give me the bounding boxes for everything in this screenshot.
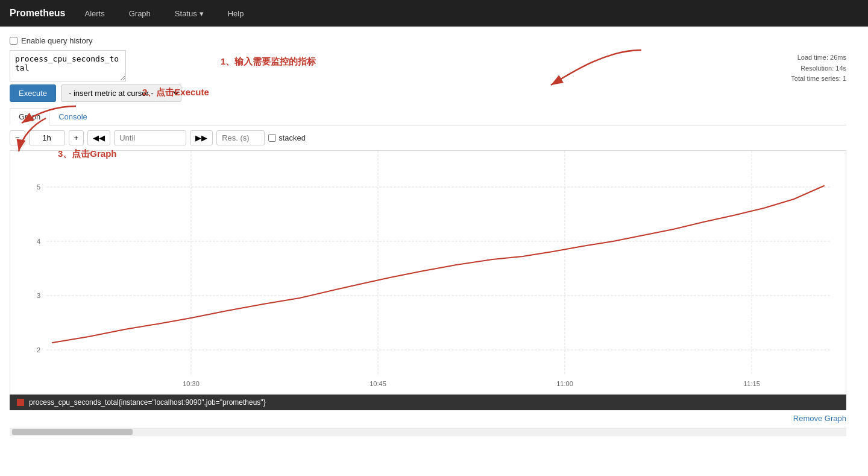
dropdown-arrow-icon: ▾ — [200, 9, 204, 18]
navbar-graph[interactable]: Graph — [124, 7, 156, 21]
load-time-stat: Load time: 26ms — [791, 52, 846, 63]
resolution-stat: Resolution: 14s — [791, 63, 846, 74]
execute-button[interactable]: Execute — [10, 84, 56, 102]
remove-graph-link[interactable]: Remove Graph — [793, 414, 846, 423]
bottom-scrollbar[interactable] — [10, 428, 846, 436]
svg-text:11:15: 11:15 — [743, 380, 760, 387]
scrollbar-thumb[interactable] — [12, 429, 133, 435]
stacked-checkbox[interactable] — [268, 134, 276, 142]
forward-button[interactable]: ▶▶ — [190, 130, 213, 145]
tabs-row: Graph Console — [10, 108, 846, 125]
query-textarea[interactable]: process_cpu_seconds_total — [10, 50, 126, 81]
tab-console[interactable]: Console — [49, 108, 96, 125]
enable-query-history-checkbox[interactable] — [10, 37, 17, 45]
zoom-out-button[interactable]: − — [10, 130, 25, 145]
back-button[interactable]: ◀◀ — [87, 130, 110, 145]
total-time-series-stat: Total time series: 1 — [791, 74, 846, 84]
svg-text:10:30: 10:30 — [183, 380, 200, 387]
svg-text:10:45: 10:45 — [370, 380, 386, 387]
navbar: Prometheus Alerts Graph Status ▾ Help — [0, 0, 868, 27]
legend-color-box — [17, 399, 24, 406]
graph-area: 3、点击Graph − + ◀◀ ▶▶ stacked — [10, 130, 846, 410]
until-input[interactable] — [114, 130, 186, 145]
query-stats: Load time: 26ms Resolution: 14s Total ti… — [791, 50, 846, 84]
svg-text:5: 5 — [37, 183, 40, 191]
svg-text:2: 2 — [37, 346, 40, 354]
enable-query-history-label[interactable]: Enable query history — [21, 36, 93, 45]
navbar-brand[interactable]: Prometheus — [10, 8, 65, 19]
graph-controls: − + ◀◀ ▶▶ stacked — [10, 130, 846, 145]
svg-text:3: 3 — [37, 292, 40, 299]
legend-text: process_cpu_seconds_total{instance="loca… — [29, 398, 266, 407]
main-content: Enable query history process_cpu_seconds… — [0, 27, 856, 441]
stacked-label[interactable]: stacked — [268, 133, 306, 142]
tab-graph[interactable]: Graph — [10, 108, 49, 125]
svg-text:11:00: 11:00 — [556, 380, 573, 387]
navbar-status[interactable]: Status ▾ — [170, 7, 209, 21]
chart-legend: process_cpu_seconds_total{instance="loca… — [10, 395, 846, 410]
execute-row: Execute - insert metric at cursor - 2、点击… — [10, 84, 846, 102]
duration-input[interactable] — [29, 130, 65, 145]
enable-query-row: Enable query history — [10, 36, 846, 45]
zoom-in-button[interactable]: + — [69, 130, 84, 145]
chart-container: 2 3 4 5 10:30 10:45 11:00 11:15 — [10, 150, 846, 395]
chart-svg: 2 3 4 5 10:30 10:45 11:00 11:15 — [10, 151, 842, 392]
remove-graph-row: Remove Graph — [10, 414, 846, 423]
navbar-help[interactable]: Help — [223, 7, 249, 21]
navbar-alerts[interactable]: Alerts — [80, 7, 109, 21]
resolution-input[interactable] — [216, 130, 265, 145]
insert-metric-select[interactable]: - insert metric at cursor - — [61, 84, 181, 102]
svg-text:4: 4 — [37, 238, 40, 245]
stacked-text: stacked — [278, 133, 306, 142]
